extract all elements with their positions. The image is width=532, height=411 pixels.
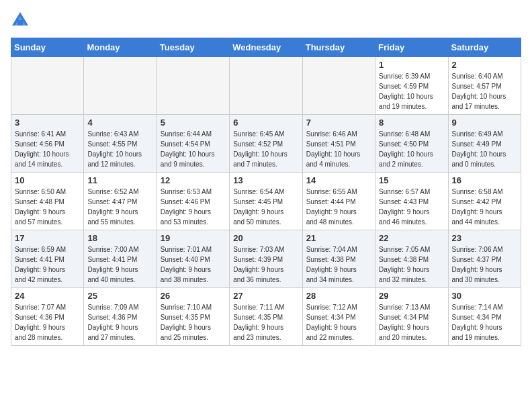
calendar-cell: 30Sunrise: 7:14 AMSunset: 4:34 PMDayligh… [448,288,521,346]
day-info: Sunrise: 6:40 AMSunset: 4:57 PMDaylight:… [452,71,517,111]
calendar-cell: 25Sunrise: 7:09 AMSunset: 4:36 PMDayligh… [84,288,157,346]
day-of-week-header: Tuesday [157,38,229,57]
calendar-cell: 28Sunrise: 7:12 AMSunset: 4:34 PMDayligh… [302,288,375,346]
calendar-cell: 6Sunrise: 6:45 AMSunset: 4:52 PMDaylight… [230,115,302,173]
calendar-week-row: 17Sunrise: 6:59 AMSunset: 4:41 PMDayligh… [11,230,521,288]
day-number: 13 [233,175,298,185]
day-number: 26 [161,291,226,301]
day-number: 22 [379,233,444,243]
calendar-cell: 7Sunrise: 6:46 AMSunset: 4:51 PMDaylight… [302,115,375,173]
day-number: 18 [87,233,152,243]
calendar-week-row: 1Sunrise: 6:39 AMSunset: 4:59 PMDaylight… [11,57,521,115]
day-number: 16 [452,175,517,185]
day-info: Sunrise: 6:57 AMSunset: 4:43 PMDaylight:… [379,187,444,227]
page-header [11,11,521,30]
calendar-cell: 2Sunrise: 6:40 AMSunset: 4:57 PMDaylight… [448,57,521,115]
day-number: 3 [15,118,80,128]
day-info: Sunrise: 7:05 AMSunset: 4:38 PMDaylight:… [379,244,444,285]
calendar-cell: 9Sunrise: 6:49 AMSunset: 4:49 PMDaylight… [448,115,521,173]
day-info: Sunrise: 6:41 AMSunset: 4:56 PMDaylight:… [15,129,80,169]
day-info: Sunrise: 7:09 AMSunset: 4:36 PMDaylight:… [87,302,152,342]
calendar-cell: 4Sunrise: 6:43 AMSunset: 4:55 PMDaylight… [84,115,157,173]
calendar-body: 1Sunrise: 6:39 AMSunset: 4:59 PMDaylight… [11,57,521,346]
day-info: Sunrise: 7:10 AMSunset: 4:35 PMDaylight:… [161,302,226,342]
day-of-week-header: Wednesday [230,38,302,57]
day-of-week-header: Friday [375,38,448,57]
day-number: 30 [452,291,517,301]
calendar-cell: 1Sunrise: 6:39 AMSunset: 4:59 PMDaylight… [375,57,448,115]
day-number: 29 [379,291,444,301]
calendar-cell: 8Sunrise: 6:48 AMSunset: 4:50 PMDaylight… [375,115,448,173]
calendar-cell: 22Sunrise: 7:05 AMSunset: 4:38 PMDayligh… [375,230,448,288]
day-info: Sunrise: 6:44 AMSunset: 4:54 PMDaylight:… [161,129,226,169]
day-info: Sunrise: 7:03 AMSunset: 4:39 PMDaylight:… [233,244,298,285]
calendar-header-row: SundayMondayTuesdayWednesdayThursdayFrid… [11,38,521,57]
calendar-cell: 21Sunrise: 7:04 AMSunset: 4:38 PMDayligh… [302,230,375,288]
calendar-cell: 10Sunrise: 6:50 AMSunset: 4:48 PMDayligh… [11,173,84,230]
calendar-week-row: 3Sunrise: 6:41 AMSunset: 4:56 PMDaylight… [11,115,521,173]
calendar-cell: 3Sunrise: 6:41 AMSunset: 4:56 PMDaylight… [11,115,84,173]
day-of-week-header: Sunday [11,38,84,57]
day-info: Sunrise: 6:53 AMSunset: 4:46 PMDaylight:… [161,187,226,227]
calendar-cell: 24Sunrise: 7:07 AMSunset: 4:36 PMDayligh… [11,288,84,346]
logo-icon [11,11,30,30]
day-info: Sunrise: 6:45 AMSunset: 4:52 PMDaylight:… [233,129,298,169]
day-number: 11 [87,175,152,185]
calendar-cell [11,57,84,115]
day-info: Sunrise: 6:52 AMSunset: 4:47 PMDaylight:… [87,187,152,227]
day-number: 15 [379,175,444,185]
day-info: Sunrise: 7:04 AMSunset: 4:38 PMDaylight:… [306,244,371,285]
calendar-cell [302,57,375,115]
day-number: 21 [306,233,371,243]
day-info: Sunrise: 6:59 AMSunset: 4:41 PMDaylight:… [15,244,80,285]
day-of-week-header: Monday [84,38,157,57]
calendar-table: SundayMondayTuesdayWednesdayThursdayFrid… [11,38,521,346]
day-number: 9 [452,118,517,128]
day-number: 24 [15,291,80,301]
day-info: Sunrise: 7:12 AMSunset: 4:34 PMDaylight:… [306,302,371,342]
calendar-cell: 5Sunrise: 6:44 AMSunset: 4:54 PMDaylight… [157,115,229,173]
day-of-week-header: Thursday [302,38,375,57]
day-number: 25 [87,291,152,301]
day-number: 23 [452,233,517,243]
day-number: 19 [161,233,226,243]
day-number: 6 [233,118,298,128]
calendar-cell: 11Sunrise: 6:52 AMSunset: 4:47 PMDayligh… [84,173,157,230]
calendar-cell [157,57,229,115]
calendar-cell: 26Sunrise: 7:10 AMSunset: 4:35 PMDayligh… [157,288,229,346]
day-info: Sunrise: 6:46 AMSunset: 4:51 PMDaylight:… [306,129,371,169]
calendar-cell: 18Sunrise: 7:00 AMSunset: 4:41 PMDayligh… [84,230,157,288]
day-info: Sunrise: 6:48 AMSunset: 4:50 PMDaylight:… [379,129,444,169]
day-info: Sunrise: 7:13 AMSunset: 4:34 PMDaylight:… [379,302,444,342]
day-number: 7 [306,118,371,128]
calendar-cell: 14Sunrise: 6:55 AMSunset: 4:44 PMDayligh… [302,173,375,230]
calendar-cell [84,57,157,115]
day-info: Sunrise: 7:11 AMSunset: 4:35 PMDaylight:… [233,302,298,342]
day-number: 8 [379,118,444,128]
day-of-week-header: Saturday [448,38,521,57]
calendar-cell: 23Sunrise: 7:06 AMSunset: 4:37 PMDayligh… [448,230,521,288]
calendar-week-row: 10Sunrise: 6:50 AMSunset: 4:48 PMDayligh… [11,173,521,230]
day-info: Sunrise: 6:43 AMSunset: 4:55 PMDaylight:… [87,129,152,169]
day-info: Sunrise: 6:50 AMSunset: 4:48 PMDaylight:… [15,187,80,227]
calendar-cell: 13Sunrise: 6:54 AMSunset: 4:45 PMDayligh… [230,173,302,230]
day-number: 17 [15,233,80,243]
calendar-cell [230,57,302,115]
day-info: Sunrise: 6:49 AMSunset: 4:49 PMDaylight:… [452,129,517,169]
day-number: 27 [233,291,298,301]
calendar-cell: 12Sunrise: 6:53 AMSunset: 4:46 PMDayligh… [157,173,229,230]
day-info: Sunrise: 6:54 AMSunset: 4:45 PMDaylight:… [233,187,298,227]
day-number: 1 [379,60,444,70]
calendar-cell: 17Sunrise: 6:59 AMSunset: 4:41 PMDayligh… [11,230,84,288]
day-number: 5 [161,118,226,128]
day-info: Sunrise: 6:58 AMSunset: 4:42 PMDaylight:… [452,187,517,227]
svg-rect-2 [17,20,23,26]
calendar-cell: 19Sunrise: 7:01 AMSunset: 4:40 PMDayligh… [157,230,229,288]
day-info: Sunrise: 6:55 AMSunset: 4:44 PMDaylight:… [306,187,371,227]
day-info: Sunrise: 6:39 AMSunset: 4:59 PMDaylight:… [379,71,444,111]
day-number: 2 [452,60,517,70]
calendar-cell: 20Sunrise: 7:03 AMSunset: 4:39 PMDayligh… [230,230,302,288]
calendar-cell: 16Sunrise: 6:58 AMSunset: 4:42 PMDayligh… [448,173,521,230]
day-number: 4 [87,118,152,128]
day-info: Sunrise: 7:01 AMSunset: 4:40 PMDaylight:… [161,244,226,285]
